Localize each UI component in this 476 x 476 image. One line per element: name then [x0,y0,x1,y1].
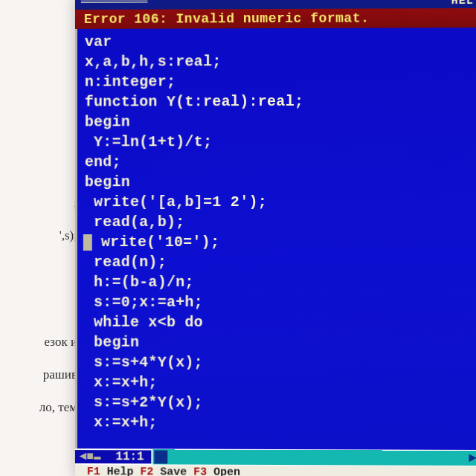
f2-key[interactable]: F2 [140,466,153,476]
scroll-right-icon[interactable]: ► [469,451,476,466]
doc-frag: езок и [0,332,77,352]
status-bar: ◄■▬ 11:1 ► [75,448,476,466]
code-editor[interactable]: varx,a,b,h,s:real;n:integer;function Y(t… [75,28,476,450]
code-text: varx,a,b,h,s:real;n:integer;function Y(t… [85,30,475,434]
doc-frag: ; [0,193,77,213]
doc-frag: ',s); [0,226,77,245]
f3-key[interactable]: F3 [193,466,207,476]
scrollbar-thumb[interactable] [155,450,168,463]
doc-frag: ло, тем [0,398,77,417]
horizontal-scrollbar[interactable]: ► [153,449,476,466]
f2-label: Save [153,466,193,476]
frame-border: ══════════ [81,0,148,9]
doc-frag: рашив [0,365,77,385]
f1-label: Help [100,466,141,476]
function-key-hints: F1 Help F2 Save F3 Open [75,465,476,476]
scroll-left-icon[interactable]: ◄■▬ [75,450,106,463]
text-cursor [83,234,92,251]
background-document: ; ',s); езок и рашив ло, тем [0,0,82,476]
f3-label: Open [207,466,240,476]
turbo-pascal-ide: ══════════ HEL Error 106: Invalid numeri… [75,0,476,476]
error-bar: Error 106: Invalid numeric format. [75,8,476,29]
cursor-position: 11:1 [106,450,152,463]
menu-help[interactable]: HEL [451,0,474,7]
f1-key[interactable]: F1 [87,466,100,476]
